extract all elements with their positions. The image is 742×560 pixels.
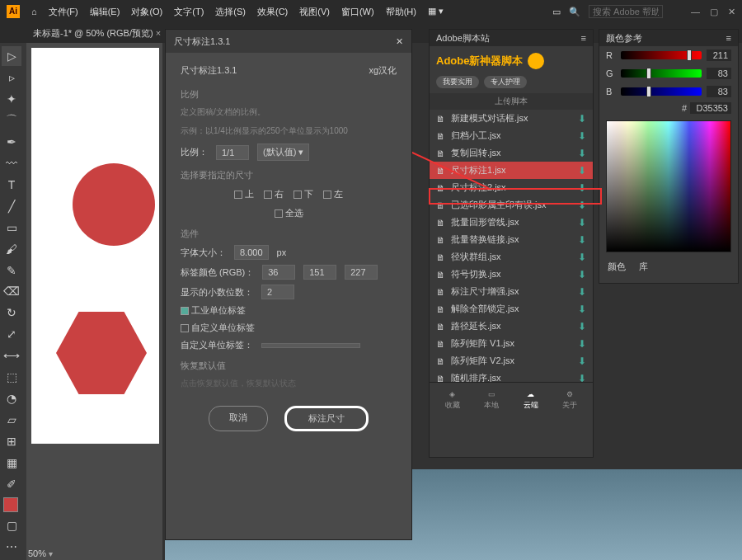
- color-r-input[interactable]: 36: [262, 265, 295, 280]
- download-icon[interactable]: ⬇: [578, 182, 586, 194]
- script-item[interactable]: 🗎尺寸标注2.jsx⬇: [430, 179, 593, 196]
- script-item[interactable]: 🗎尺寸标注1.jsx⬇: [430, 162, 593, 179]
- magic-wand-tool[interactable]: ✦: [2, 89, 21, 109]
- download-icon[interactable]: ⬇: [578, 113, 586, 125]
- download-icon[interactable]: ⬇: [578, 148, 586, 159]
- maximize-icon[interactable]: ▢: [710, 7, 718, 17]
- download-icon[interactable]: ⬇: [578, 355, 586, 367]
- ratio-default-select[interactable]: (默认值) ▾: [257, 144, 309, 161]
- ratio-input[interactable]: 1/1: [216, 145, 249, 160]
- side-top-checkbox[interactable]: 上: [234, 188, 254, 200]
- script-item[interactable]: 🗎随机排序.jsx⬇: [430, 369, 593, 382]
- download-icon[interactable]: ⬇: [578, 252, 586, 263]
- color-b-input[interactable]: 227: [345, 265, 378, 280]
- width-tool[interactable]: ⟷: [2, 346, 21, 365]
- direct-selection-tool[interactable]: ▹: [2, 68, 21, 87]
- menu-type[interactable]: 文字(T): [174, 6, 204, 18]
- download-icon[interactable]: ⬇: [578, 286, 586, 298]
- download-icon[interactable]: ⬇: [578, 269, 586, 280]
- search-icon[interactable]: 🔍: [569, 7, 580, 17]
- free-transform-tool[interactable]: ⬚: [2, 367, 21, 387]
- search-input[interactable]: [589, 5, 663, 18]
- custom-unit-checkbox[interactable]: 自定义单位标签: [181, 322, 397, 334]
- fill-stroke-swatch[interactable]: [2, 496, 25, 514]
- b-value[interactable]: 83: [707, 86, 731, 97]
- menu-help[interactable]: 帮助(H): [386, 6, 416, 18]
- download-icon[interactable]: ⬇: [578, 338, 586, 350]
- dialog-close-icon[interactable]: ✕: [396, 36, 403, 47]
- banner-btn-1[interactable]: 我要实用: [436, 76, 479, 88]
- cancel-button[interactable]: 取消: [209, 406, 268, 431]
- script-item[interactable]: 🗎标注尺寸增强.jsx⬇: [430, 283, 593, 300]
- red-hexagon-shape[interactable]: [56, 312, 147, 394]
- rectangle-tool[interactable]: ▭: [2, 218, 21, 238]
- decimals-input[interactable]: 2: [261, 285, 294, 299]
- menu-select[interactable]: 选择(S): [215, 6, 246, 18]
- line-tool[interactable]: ╱: [2, 196, 21, 216]
- r-value[interactable]: 211: [707, 49, 731, 61]
- download-icon[interactable]: ⬇: [578, 373, 586, 383]
- minimize-icon[interactable]: —: [691, 7, 700, 17]
- side-bottom-checkbox[interactable]: 下: [294, 188, 313, 200]
- curvature-tool[interactable]: 〰: [2, 153, 21, 173]
- zoom-level[interactable]: 50%: [28, 548, 46, 558]
- script-item[interactable]: 🗎解除全部锁定.jsx⬇: [430, 300, 593, 318]
- home-icon[interactable]: ⌂: [31, 7, 37, 16]
- color-spectrum[interactable]: [606, 120, 731, 252]
- eyedropper-tool[interactable]: ✐: [2, 474, 21, 494]
- g-slider[interactable]: [621, 69, 702, 78]
- footer-local[interactable]: ▭本地: [484, 390, 499, 411]
- script-item[interactable]: 🗎径状群组.jsx⬇: [430, 248, 593, 266]
- perspective-tool[interactable]: ▱: [2, 410, 21, 430]
- selection-tool[interactable]: ▷: [2, 46, 21, 66]
- scripts-tab-header[interactable]: 上传脚本: [430, 93, 593, 110]
- custom-unit-input[interactable]: [261, 343, 360, 348]
- scale-tool[interactable]: ⤢: [2, 324, 21, 344]
- script-item[interactable]: 🗎批量替换链接.jsx⬇: [430, 231, 593, 248]
- paintbrush-tool[interactable]: 🖌: [2, 239, 21, 259]
- download-icon[interactable]: ⬇: [578, 165, 586, 176]
- script-item[interactable]: 🗎已选印影属主印有误.jsx⬇: [430, 196, 593, 214]
- side-left-checkbox[interactable]: 左: [323, 188, 343, 200]
- artboard[interactable]: [31, 48, 159, 444]
- footer-fav[interactable]: ◈收藏: [445, 390, 460, 411]
- pen-tool[interactable]: ✒: [2, 132, 21, 152]
- download-icon[interactable]: ⬇: [578, 130, 586, 142]
- footer-about[interactable]: ⚙关于: [562, 390, 577, 411]
- download-icon[interactable]: ⬇: [578, 234, 586, 246]
- script-item[interactable]: 🗎新建模式对话框.jsx⬇: [430, 110, 593, 127]
- rotate-tool[interactable]: ↻: [2, 303, 21, 322]
- color-g-input[interactable]: 151: [303, 265, 336, 280]
- r-slider[interactable]: [621, 51, 702, 59]
- script-item[interactable]: 🗎符号切换.jsx⬇: [430, 266, 593, 283]
- close-icon[interactable]: ✕: [728, 7, 735, 17]
- g-value[interactable]: 83: [707, 68, 731, 79]
- mesh-tool[interactable]: ⊞: [2, 431, 21, 451]
- edit-toolbar-icon[interactable]: ⋯: [2, 537, 21, 557]
- side-right-checkbox[interactable]: 右: [264, 188, 284, 200]
- hex-value[interactable]: D35353: [690, 102, 731, 114]
- script-item[interactable]: 🗎陈列矩阵 V1.jsx⬇: [430, 335, 593, 352]
- library-tab[interactable]: 库: [639, 261, 648, 273]
- shape-builder-tool[interactable]: ◔: [2, 388, 21, 408]
- menu-edit[interactable]: 编辑(E): [90, 6, 120, 18]
- menu-window[interactable]: 窗口(W): [341, 6, 374, 18]
- arrange-icon[interactable]: ▭: [552, 7, 561, 17]
- script-item[interactable]: 🗎复制回转.jsx⬇: [430, 144, 593, 162]
- download-icon[interactable]: ⬇: [578, 304, 586, 315]
- color-tab[interactable]: 颜色: [608, 261, 626, 273]
- panel-menu-icon[interactable]: ≡: [726, 33, 731, 43]
- eraser-tool[interactable]: ⌫: [2, 281, 21, 301]
- fontsize-input[interactable]: 8.000: [234, 245, 269, 260]
- script-item[interactable]: 🗎归档小工.jsx⬇: [430, 127, 593, 144]
- menu-file[interactable]: 文件(F): [49, 6, 78, 18]
- menu-object[interactable]: 对象(O): [131, 6, 162, 18]
- download-icon[interactable]: ⬇: [578, 217, 586, 228]
- menu-view[interactable]: 视图(V): [299, 6, 330, 18]
- script-item[interactable]: 🗎陈列矩阵 V2.jsx⬇: [430, 352, 593, 369]
- download-icon[interactable]: ⬇: [578, 200, 586, 211]
- script-item[interactable]: 🗎批量回形管线.jsx⬇: [430, 214, 593, 231]
- menu-effect[interactable]: 效果(C): [257, 6, 288, 18]
- lasso-tool[interactable]: ⌒: [2, 111, 21, 130]
- side-all-checkbox[interactable]: 全选: [275, 207, 303, 219]
